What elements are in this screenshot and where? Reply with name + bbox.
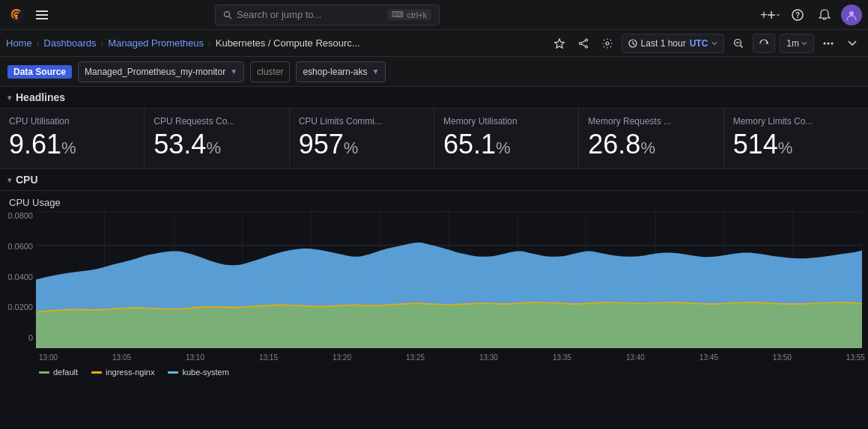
star-button[interactable] — [550, 34, 569, 53]
headlines-section-header[interactable]: ▾ Headlines — [0, 87, 868, 109]
legend-default-label: default — [53, 368, 78, 377]
metric-cpu-limits-title: CPU Limits Commi... — [299, 116, 425, 127]
notifications-button[interactable] — [814, 4, 835, 25]
metric-cpu-requests-value: 53.4% — [154, 131, 279, 158]
search-shortcut: ⌨ ctrl+k — [387, 9, 431, 20]
breadcrumb-bar: Home › Dashboards › Managed Prometheus ›… — [0, 30, 868, 57]
topbar-right: + ? — [760, 4, 862, 25]
x-label-2: 13:10 — [186, 353, 204, 362]
svg-rect-4 — [36, 18, 48, 19]
chart-container: 0.0800 0.0600 0.0400 0.0200 0 — [0, 211, 868, 365]
svg-rect-3 — [36, 14, 48, 16]
svg-text:?: ? — [795, 11, 800, 19]
x-label-7: 13:35 — [553, 353, 571, 362]
refresh-button[interactable] — [753, 34, 775, 53]
x-label-10: 13:50 — [773, 353, 792, 362]
chart-svg — [36, 211, 862, 348]
refresh-interval-button[interactable]: 1m — [780, 34, 814, 53]
legend-default-color — [39, 371, 49, 374]
chart-title: CPU Usage — [0, 191, 868, 211]
svg-point-10 — [585, 39, 587, 41]
headlines-chevron-icon: ▾ — [7, 94, 11, 102]
y-label-0: 0.0800 — [7, 211, 33, 220]
svg-point-15 — [606, 42, 609, 45]
cpu-chart-section: CPU Usage 0.0800 0.0600 0.0400 0.0200 0 — [0, 191, 868, 380]
x-label-5: 13:25 — [406, 353, 425, 362]
y-label-1: 0.0600 — [7, 242, 33, 251]
metric-cpu-utilisation-value: 9.61% — [9, 131, 135, 158]
metric-cpu-utilisation-title: CPU Utilisation — [9, 116, 135, 127]
filter-bar: Data Source Managed_Prometheus_my-monito… — [0, 57, 868, 87]
search-icon — [223, 10, 232, 19]
more-options-button[interactable] — [819, 34, 838, 53]
data-source-label: Data Source — [7, 65, 72, 79]
svg-line-21 — [741, 45, 743, 47]
x-label-4: 13:20 — [333, 353, 351, 362]
x-axis: 13:00 13:05 13:10 13:15 13:20 13:25 13:3… — [36, 350, 868, 365]
cluster-label: cluster — [250, 61, 290, 82]
x-label-8: 13:40 — [626, 353, 645, 362]
svg-line-6 — [229, 16, 231, 19]
x-label-9: 13:45 — [699, 353, 718, 362]
metric-memory-limits-value: 514% — [733, 131, 859, 158]
search-bar[interactable]: Search or jump to... ⌨ ctrl+k — [215, 4, 440, 25]
breadcrumb-sep-1: › — [37, 39, 40, 48]
legend-ingress-nginx[interactable]: ingress-nginx — [91, 368, 154, 377]
timezone-label: UTC — [690, 38, 708, 49]
metrics-row: CPU Utilisation 9.61% CPU Requests Co...… — [0, 109, 868, 169]
legend-ingress-nginx-label: ingress-nginx — [106, 368, 154, 377]
collapse-button[interactable] — [843, 34, 862, 53]
svg-line-18 — [633, 43, 635, 45]
grafana-logo[interactable] — [6, 4, 27, 25]
data-source-select[interactable]: Managed_Prometheus_my-monitor ▼ — [78, 61, 244, 82]
chart-plot — [36, 211, 862, 348]
breadcrumb-sep-3: › — [208, 39, 211, 48]
svg-point-23 — [828, 42, 830, 44]
topbar: Search or jump to... ⌨ ctrl+k + ? — [0, 0, 868, 30]
zoom-out-button[interactable] — [729, 34, 748, 53]
svg-point-1 — [16, 14, 18, 16]
metric-memory-limits-title: Memory Limits Co... — [733, 116, 859, 127]
legend-kube-system-label: kube-system — [182, 368, 228, 377]
search-placeholder: Search or jump to... — [237, 9, 321, 20]
metric-cpu-requests: CPU Requests Co... 53.4% — [145, 109, 289, 168]
svg-point-9 — [849, 11, 854, 16]
metric-cpu-requests-title: CPU Requests Co... — [154, 116, 279, 127]
metric-memory-limits: Memory Limits Co... 514% — [724, 109, 868, 168]
time-range-label: Last 1 hour — [641, 38, 686, 49]
legend-kube-system[interactable]: kube-system — [168, 368, 228, 377]
metric-cpu-limits-value: 957% — [299, 131, 425, 158]
svg-rect-2 — [36, 10, 48, 12]
help-button[interactable]: ? — [787, 4, 808, 25]
breadcrumb-sep-2: › — [100, 39, 103, 48]
cpu-section-header[interactable]: ▾ CPU — [0, 169, 868, 191]
share-button[interactable] — [574, 34, 593, 53]
hamburger-menu[interactable] — [31, 4, 52, 25]
cluster-value: eshop-learn-aks — [303, 67, 367, 77]
cluster-select[interactable]: eshop-learn-aks ▼ — [296, 61, 386, 82]
cluster-caret: ▼ — [371, 67, 379, 76]
shortcut-icon: ⌨ — [392, 10, 404, 19]
breadcrumb-dashboards[interactable]: Dashboards — [43, 37, 96, 49]
breadcrumb-managed-prometheus[interactable]: Managed Prometheus — [108, 37, 204, 49]
metric-memory-requests-title: Memory Requests ... — [588, 116, 714, 127]
metric-memory-requests-value: 26.8% — [588, 131, 714, 158]
metric-memory-utilisation: Memory Utilisation 65.1% — [434, 109, 579, 168]
y-label-3: 0.0200 — [7, 302, 33, 311]
breadcrumb-current: Kubernetes / Compute Resourc... — [216, 37, 360, 49]
time-range-button[interactable]: Last 1 hour UTC — [622, 34, 725, 53]
x-label-1: 13:05 — [112, 353, 131, 362]
user-avatar[interactable] — [841, 4, 862, 25]
x-label-3: 13:15 — [259, 353, 278, 362]
breadcrumb-actions: Last 1 hour UTC 1m — [550, 34, 862, 53]
add-button[interactable]: + — [760, 4, 781, 25]
x-label-11: 13:55 — [846, 353, 865, 362]
data-source-value: Managed_Prometheus_my-monitor — [85, 67, 225, 77]
breadcrumb-home[interactable]: Home — [6, 37, 32, 49]
x-label-6: 13:30 — [479, 353, 498, 362]
legend-kube-system-color — [168, 371, 178, 374]
y-label-4: 0 — [28, 333, 33, 342]
metric-memory-utilisation-value: 65.1% — [443, 131, 569, 158]
legend-default[interactable]: default — [39, 368, 78, 377]
settings-button[interactable] — [598, 34, 617, 53]
